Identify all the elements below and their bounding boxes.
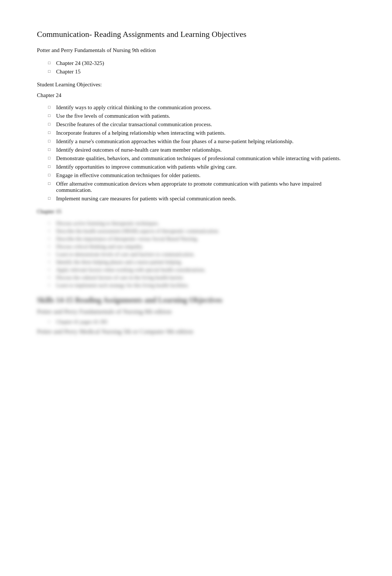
reading-list: Chapter 24 (302-325) Chapter 15 bbox=[48, 60, 355, 75]
blurred-item: Apply relevant factors when working with… bbox=[48, 267, 355, 273]
objective-item: Identify opportunities to improve commun… bbox=[48, 164, 355, 170]
objective-item: Engage in effective communication techni… bbox=[48, 172, 355, 179]
blurred-skills-subheading1: Potter and Perry Fundamentals of Nursing… bbox=[37, 308, 355, 315]
objective-item: Incorporate features of a helping relati… bbox=[48, 130, 355, 136]
objective-item: Demonstrate qualities, behaviors, and co… bbox=[48, 155, 355, 162]
blurred-skills-section: Skills 14-15 Reading Assignments and Lea… bbox=[37, 296, 355, 335]
blurred-item: Describe the health assessment (SBAR) as… bbox=[48, 228, 355, 234]
blurred-chapter15-section: Chapter 15 Discuss active listening to t… bbox=[37, 208, 355, 289]
objective-item: Use the five levels of communication wit… bbox=[48, 113, 355, 119]
blurred-skills-subheading2: Potter and Perry Medical Nursing 5th or … bbox=[37, 328, 355, 335]
objective-item: Describe features of the circular transa… bbox=[48, 121, 355, 128]
blurred-reading-list: Chapter 41 pages 41-381 bbox=[48, 319, 355, 325]
blurred-chapter15-list: Discuss active listening to therapeutic … bbox=[48, 221, 355, 289]
student-learning-objectives-label: Student Learning Objectives: bbox=[37, 82, 355, 88]
blurred-item: Describe the importance of therapeutic v… bbox=[48, 236, 355, 242]
subtitle: Potter and Perry Fundamentals of Nursing… bbox=[37, 47, 355, 54]
reading-list-item: Chapter 15 bbox=[48, 69, 355, 75]
blurred-chapter15-label: Chapter 15 bbox=[37, 208, 355, 215]
objective-item: Identify a nurse's communication approac… bbox=[48, 138, 355, 145]
objective-item: Offer alternative communication devices … bbox=[48, 181, 355, 193]
chapter24-objectives-list: Identify ways to apply critical thinking… bbox=[48, 104, 355, 202]
objective-item: Identify desired outcomes of nurse-healt… bbox=[48, 147, 355, 153]
blurred-item: Identify the three helping phases and a … bbox=[48, 259, 355, 265]
blurred-item: Discuss critical thinking and use empath… bbox=[48, 244, 355, 250]
blurred-item: Discuss active listening to therapeutic … bbox=[48, 221, 355, 227]
blurred-item: Learn to implement each strategy for thi… bbox=[48, 283, 355, 289]
chapter24-label: Chapter 24 bbox=[37, 92, 355, 99]
blurred-item: Discuss the cultural factors of care in … bbox=[48, 275, 355, 281]
blurred-skills-heading: Skills 14-15 Reading Assignments and Lea… bbox=[37, 296, 355, 304]
reading-list-item: Chapter 24 (302-325) bbox=[48, 60, 355, 66]
objective-item: Implement nursing care measures for pati… bbox=[48, 196, 355, 202]
objective-item: Identify ways to apply critical thinking… bbox=[48, 104, 355, 111]
blurred-item: Learn to demonstrate levels of care and … bbox=[48, 252, 355, 258]
page-title: Communication- Reading Assignments and L… bbox=[37, 30, 355, 39]
blurred-reading-item: Chapter 41 pages 41-381 bbox=[48, 319, 355, 325]
